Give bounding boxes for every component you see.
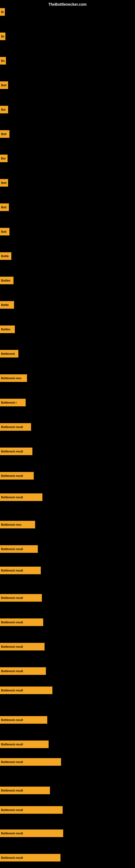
bar-label: Bottleneck resu [1,523,21,526]
bar-item: Bottleneck result [0,493,42,501]
bar-item: Bottleneck result [0,472,34,479]
bar-item: Bott [0,204,9,211]
bar-label: Bottleneck result [1,832,23,835]
bar-label: Bottleneck result [1,689,23,692]
bar-item: Bottleneck result [0,716,47,724]
bar-item: Bottleneck resu [0,521,35,528]
bar-label: Bo [1,59,5,62]
bar-item: Bottleneck result [0,830,63,837]
bar-label: Bottlen [1,279,10,282]
bar-item: Bo [0,33,5,40]
bar-item: Bott [0,130,9,138]
bar-item: Bottleneck result [0,423,31,431]
bar-item: Bo [0,8,5,16]
bar-item: Bott [0,179,8,187]
bar-label: Bottleneck result [1,670,23,673]
bar-label: Bottleneck result [1,856,23,859]
bar-item: Bottle [0,252,11,260]
bar-label: Bottleneck r [1,401,17,404]
bar-label: Bottleneck result [1,789,23,792]
bar-item: Bottle [0,301,14,309]
bar-item: Bottleneck result [0,741,49,748]
bar-label: Bottleneck resu [1,377,21,380]
bar-item: Bot [0,106,8,113]
bar-item: Bottlen [0,277,13,284]
bar-item: Bottleneck [0,350,18,358]
bar-label: Bot [1,157,6,160]
bar-label: Bottleneck [1,352,15,355]
bar-label: Bottleneck result [1,450,23,453]
bar-item: Bottleneck result [0,594,42,601]
site-title: TheBottlenecker.com [48,2,87,6]
bar-label: Bo [1,35,4,38]
bar-label: Bottleneck result [1,596,23,599]
bar-item: Bottleneck result [0,567,41,574]
bar-item: Bottleneck result [0,447,32,455]
bar-item: Bot [0,155,8,162]
bar-item: Bottleneck result [0,686,52,694]
bar-label: Bottle [1,304,9,307]
bar-label: Bottlen [1,328,10,331]
bar-label: Bo [1,10,4,13]
bar-label: Bottleneck result [1,569,23,572]
bar-item: Bottleneck result [0,667,46,675]
bar-item: Bottlen [0,326,15,333]
bar-label: Bott [1,230,6,233]
bar-label: Bot [1,108,6,111]
bar-item: Bott [0,228,9,236]
bar-label: Bottle [1,255,9,258]
bar-label: Bottleneck result [1,809,23,812]
bar-label: Bottleneck result [1,548,23,551]
bar-label: Bott [1,206,6,209]
bar-item: Bo [0,57,6,65]
bar-item: Bottleneck result [0,758,61,766]
bar-item: Bottleneck resu [0,374,27,382]
bar-label: Bottleneck result [1,645,23,648]
bar-label: Bottleneck result [1,718,23,721]
bar-item: Bottleneck result [0,643,45,650]
bar-item: Bottleneck result [0,618,43,626]
bar-label: Bott [1,133,6,135]
bar-item: Bott [0,82,8,89]
bar-item: Bottleneck result [0,786,50,794]
bar-item: Bottleneck r [0,399,26,406]
bar-label: Bottleneck result [1,474,23,477]
bar-item: Bottleneck result [0,806,63,814]
bar-label: Bottleneck result [1,496,23,499]
bar-item: Bottleneck result [0,854,60,862]
bar-item: Bottleneck result [0,545,38,553]
bar-label: Bottleneck result [1,621,23,624]
bar-label: Bottleneck result [1,761,23,764]
bar-label: Bott [1,84,6,87]
bar-label: Bott [1,182,6,184]
bar-label: Bottleneck result [1,426,23,429]
bar-label: Bottleneck result [1,743,23,746]
